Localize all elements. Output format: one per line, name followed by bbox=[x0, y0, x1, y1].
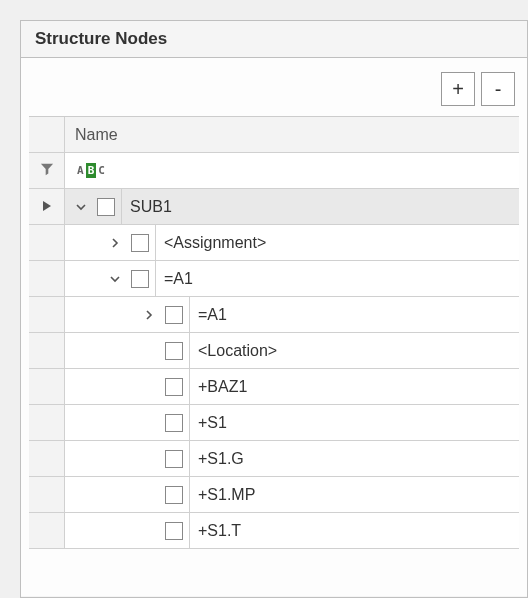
row-indicator bbox=[29, 261, 65, 296]
toolbar: + - bbox=[29, 66, 519, 116]
filter-gutter[interactable] bbox=[29, 153, 65, 188]
row-indicator bbox=[29, 297, 65, 332]
panel-title: Structure Nodes bbox=[21, 21, 527, 58]
header-gutter bbox=[29, 117, 65, 152]
node-label: +BAZ1 bbox=[189, 369, 519, 404]
row-indicator bbox=[29, 513, 65, 548]
node-checkbox[interactable] bbox=[165, 450, 183, 468]
structure-nodes-panel: Structure Nodes + - Name ABC bbox=[20, 20, 528, 598]
row-indicator bbox=[29, 225, 65, 260]
tree-row[interactable]: +S1 bbox=[29, 405, 519, 441]
row-indicator bbox=[29, 477, 65, 512]
node-label: +S1.T bbox=[189, 513, 519, 548]
tree-row[interactable]: =A1 bbox=[29, 261, 519, 297]
expand-toggle[interactable] bbox=[105, 269, 125, 289]
tree-row[interactable]: =A1 bbox=[29, 297, 519, 333]
column-header-row: Name bbox=[29, 117, 519, 153]
tree-row[interactable]: +BAZ1 bbox=[29, 369, 519, 405]
node-label: <Assignment> bbox=[155, 225, 519, 260]
tree-grid: Name ABC bbox=[29, 116, 519, 549]
tree-row[interactable]: +S1.G bbox=[29, 441, 519, 477]
node-checkbox[interactable] bbox=[165, 378, 183, 396]
expand-toggle[interactable] bbox=[71, 197, 91, 217]
tree-row[interactable]: <Assignment> bbox=[29, 225, 519, 261]
text-filter-icon: ABC bbox=[75, 163, 107, 178]
node-checkbox[interactable] bbox=[165, 414, 183, 432]
node-checkbox[interactable] bbox=[165, 486, 183, 504]
node-label: +S1.G bbox=[189, 441, 519, 476]
column-header-name[interactable]: Name bbox=[65, 117, 519, 152]
expand-toggle[interactable] bbox=[139, 305, 159, 325]
node-label: =A1 bbox=[155, 261, 519, 296]
row-indicator bbox=[29, 189, 65, 224]
tree-row[interactable]: +S1.T bbox=[29, 513, 519, 549]
node-label: SUB1 bbox=[121, 189, 519, 224]
panel-body: + - Name ABC bbox=[21, 58, 527, 596]
row-indicator bbox=[29, 405, 65, 440]
row-indicator bbox=[29, 441, 65, 476]
node-checkbox[interactable] bbox=[165, 306, 183, 324]
current-row-icon bbox=[43, 200, 51, 214]
node-checkbox[interactable] bbox=[131, 234, 149, 252]
tree-row[interactable]: <Location> bbox=[29, 333, 519, 369]
filter-cell[interactable]: ABC bbox=[65, 153, 519, 188]
node-label: =A1 bbox=[189, 297, 519, 332]
remove-button[interactable]: - bbox=[481, 72, 515, 106]
filter-row: ABC bbox=[29, 153, 519, 189]
node-checkbox[interactable] bbox=[165, 522, 183, 540]
add-button[interactable]: + bbox=[441, 72, 475, 106]
node-checkbox[interactable] bbox=[131, 270, 149, 288]
node-label: +S1.MP bbox=[189, 477, 519, 512]
row-indicator bbox=[29, 369, 65, 404]
tree-row[interactable]: +S1.MP bbox=[29, 477, 519, 513]
node-label: <Location> bbox=[189, 333, 519, 368]
filter-icon bbox=[40, 162, 54, 179]
node-label: +S1 bbox=[189, 405, 519, 440]
row-indicator bbox=[29, 333, 65, 368]
expand-toggle[interactable] bbox=[105, 233, 125, 253]
node-checkbox[interactable] bbox=[165, 342, 183, 360]
node-checkbox[interactable] bbox=[97, 198, 115, 216]
tree-row-root[interactable]: SUB1 bbox=[29, 189, 519, 225]
